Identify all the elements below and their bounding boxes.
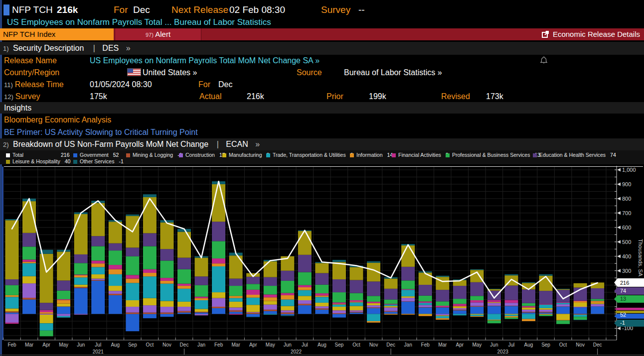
bar-segment <box>367 296 380 302</box>
country-link[interactable]: United States » <box>143 67 197 79</box>
bar-segment <box>5 323 19 324</box>
section2-code: ECAN <box>226 140 248 148</box>
bar-segment <box>436 318 449 320</box>
bar-segment <box>143 197 157 233</box>
bar-segment <box>281 300 294 306</box>
bar-segment <box>350 293 363 300</box>
y-tick-label: 300 <box>622 268 631 274</box>
bar-segment <box>177 302 191 307</box>
bar-segment <box>367 261 380 263</box>
bar-segment <box>315 263 328 273</box>
bar-segment <box>22 300 36 314</box>
next-release-label: Next Release <box>171 3 228 16</box>
bar-segment <box>436 306 449 307</box>
bar-segment <box>22 283 36 298</box>
legend-swatch <box>6 153 10 157</box>
bar-segment <box>246 290 260 295</box>
bar-segment <box>143 305 157 312</box>
bar-segment <box>74 287 88 288</box>
release-for-value: Dec <box>218 79 232 91</box>
bar-segment <box>401 296 415 298</box>
bar-segment <box>126 215 139 216</box>
bar-segment <box>40 303 53 310</box>
bar-segment <box>453 307 467 308</box>
bar-segment <box>401 290 415 296</box>
bar-segment <box>246 317 260 317</box>
bar-segment <box>436 276 449 277</box>
axis-tag-label: 74 <box>620 288 626 294</box>
bar-segment <box>487 289 501 289</box>
actual-label: Actual <box>199 91 221 103</box>
axis-tag <box>618 308 644 310</box>
bar-segment <box>229 312 243 314</box>
bar-segment <box>453 310 467 310</box>
bar-segment <box>298 305 312 314</box>
be-primer-link[interactable]: BE Primer: US Activity Slowing to Critic… <box>4 128 198 136</box>
bar-segment <box>264 294 277 297</box>
revised-label: Revised <box>441 91 470 103</box>
bar-segment <box>109 222 122 243</box>
release-name-link[interactable]: US Employees on Nonfarm Payrolls Total M… <box>90 55 320 67</box>
alert-button[interactable]: 97) Alert <box>115 28 201 40</box>
section2-num: 2) <box>3 141 9 148</box>
bar-segment <box>22 262 36 263</box>
bar-segment <box>57 316 70 318</box>
x-tick-label: Jan <box>404 342 412 348</box>
bar-segment <box>487 306 501 306</box>
bar-segment <box>177 258 191 269</box>
x-tick-label: Jan <box>197 342 205 348</box>
legend-item: Financial Activities2 <box>392 152 449 158</box>
bar-segment <box>591 288 604 299</box>
tab-nfp-tch-index[interactable]: NFP TCH Index <box>0 28 114 40</box>
x-tick-label: Sep <box>541 342 550 348</box>
x-tick-label: Jul <box>95 342 101 348</box>
section1-num: 1) <box>3 45 9 52</box>
source-link[interactable]: Bureau of Labor Statistics » <box>344 67 442 79</box>
section-breakdown[interactable]: 2) Breakdown of US Non-Farm Payrolls MoM… <box>0 138 644 150</box>
bar-segment <box>177 284 191 286</box>
bar-segment <box>91 279 105 280</box>
bar-segment <box>40 314 53 314</box>
bar-segment <box>419 296 432 302</box>
us-flag-icon <box>127 67 141 79</box>
bar-segment <box>160 301 173 307</box>
insights-link-row: BE Primer: US Activity Slowing to Critic… <box>4 126 642 138</box>
bar-segment <box>143 233 157 246</box>
bar-segment <box>350 280 363 293</box>
bar-segment <box>401 245 415 267</box>
bar-segment <box>91 260 105 263</box>
bar-segment <box>487 302 501 303</box>
bar-segment <box>212 292 225 298</box>
bar-segment <box>436 316 449 318</box>
legend-label: Government <box>80 152 109 158</box>
bar-segment <box>177 286 191 289</box>
bar-segment <box>143 269 157 273</box>
bell-icon[interactable] <box>539 56 548 65</box>
section-security-description[interactable]: 1) Security Description | DES » <box>0 42 644 55</box>
bar-segment <box>143 314 157 319</box>
legend-item: Professional & Business Services13 <box>446 152 540 158</box>
bar-segment <box>74 263 88 274</box>
bar-segment <box>556 289 570 290</box>
bar-segment <box>504 306 518 306</box>
economic-release-details-button[interactable]: Economic Release Details <box>541 28 640 40</box>
bar-segment <box>160 249 173 260</box>
legend-value: 52 <box>113 152 119 158</box>
bar-segment <box>5 308 19 311</box>
chart-area: FebMarAprMayJunJulAugSepOctNovDecJanFebM… <box>0 164 644 356</box>
y-tick-label: 700 <box>622 210 631 216</box>
release-details-label: Economic Release Details <box>553 30 640 38</box>
bar-segment <box>40 315 53 323</box>
section2-arrows: » <box>255 140 260 148</box>
payrolls-chart: FebMarAprMayJunJulAugSepOctNovDecJanFebM… <box>0 164 644 356</box>
external-link-icon <box>541 31 549 38</box>
bar-segment <box>281 306 294 311</box>
bar-segment <box>367 302 380 303</box>
bar-segment <box>522 306 535 308</box>
bar-segment <box>504 315 518 316</box>
bar-segment <box>539 274 553 276</box>
bar-segment <box>109 250 122 265</box>
legend-label: Total <box>12 152 56 158</box>
bar-segment <box>160 284 173 301</box>
bar-segment <box>350 302 363 306</box>
